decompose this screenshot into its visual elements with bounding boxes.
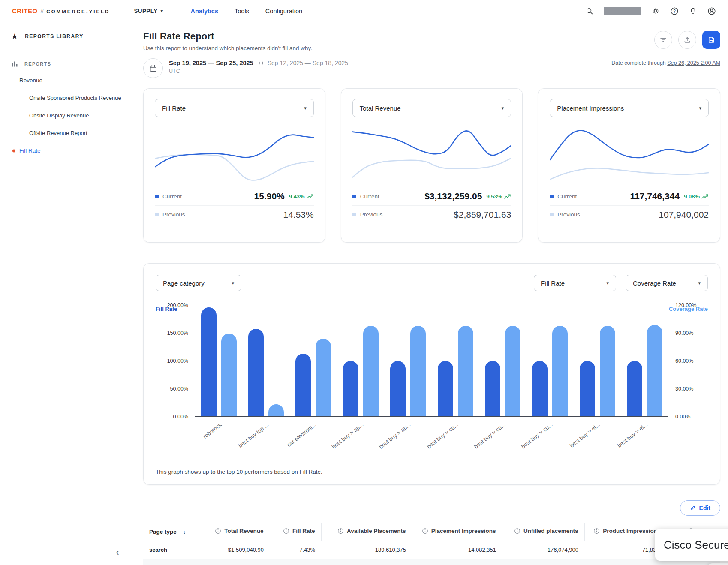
column-header[interactable]: Product Impressions bbox=[584, 523, 667, 541]
previous-label: Previous bbox=[360, 211, 383, 218]
right-axis-tick: 120.00% bbox=[675, 302, 696, 308]
table-row[interactable]: search$1,509,040.907.43%189,610,37514,08… bbox=[143, 541, 720, 559]
bar-group[interactable]: best buy > el... bbox=[580, 306, 615, 416]
change-value: 9.08% bbox=[684, 193, 700, 200]
date-range-picker[interactable] bbox=[143, 58, 163, 78]
info-icon bbox=[514, 528, 520, 534]
right-axis-tick: 90.00% bbox=[675, 330, 693, 336]
account-icon[interactable] bbox=[707, 7, 716, 15]
bar-plot: roborockbest buy top ...car electroni...… bbox=[195, 306, 668, 417]
legend-previous-row: Previous 14.53% bbox=[155, 205, 314, 223]
save-button[interactable] bbox=[702, 31, 720, 49]
column-header[interactable]: Unfilled placements bbox=[502, 523, 584, 541]
sidebar-item-offsite-revenue-report[interactable]: Offsite Revenue Report bbox=[0, 124, 130, 142]
column-header[interactable]: Available Placements bbox=[321, 523, 412, 541]
coverage-rate-bar[interactable] bbox=[268, 404, 284, 416]
left-axis-tick: 150.00% bbox=[167, 330, 188, 336]
cisco-secure-overlay[interactable]: Cisco Secure bbox=[655, 529, 728, 561]
info-icon bbox=[422, 528, 428, 534]
value-cell: 313,862,343 bbox=[584, 559, 667, 565]
coverage-rate-bar[interactable] bbox=[410, 326, 426, 416]
info-icon bbox=[215, 528, 221, 534]
fill-rate-bar[interactable] bbox=[201, 307, 217, 416]
column-header[interactable]: Fill Rate bbox=[270, 523, 321, 541]
coverage-rate-bar[interactable] bbox=[600, 326, 615, 416]
primary-nav-tabs: Analytics Tools Configuration bbox=[191, 8, 303, 15]
bar-group[interactable]: best buy > cu... bbox=[485, 306, 520, 416]
bar-group[interactable]: car electroni... bbox=[295, 306, 331, 416]
fill-rate-bar[interactable] bbox=[295, 354, 311, 416]
coverage-rate-bar[interactable] bbox=[363, 326, 379, 416]
bar-group[interactable]: best buy > ap... bbox=[343, 306, 379, 416]
chevron-down-icon: ▾ bbox=[698, 280, 701, 286]
edit-table-button[interactable]: Edit bbox=[680, 500, 720, 516]
page-category-select-value: Page category bbox=[163, 279, 205, 287]
sidebar-item-onsite-sponsored-products-revenue[interactable]: Onsite Sponsored Products Revenue bbox=[0, 89, 130, 107]
coverage-rate-bar[interactable] bbox=[552, 326, 568, 416]
fill-rate-bar[interactable] bbox=[485, 361, 500, 416]
value-cell: 384,843,097 bbox=[321, 559, 412, 565]
nav-tab-analytics[interactable]: Analytics bbox=[191, 8, 218, 15]
sidebar-reports-library[interactable]: ★ REPORTS LIBRARY bbox=[0, 22, 130, 50]
column-header[interactable]: Total Revenue bbox=[199, 523, 270, 541]
page-category-select[interactable]: Page category ▾ bbox=[156, 275, 241, 291]
bar-group[interactable]: best buy > cu... bbox=[532, 306, 568, 416]
chevron-down-icon: ▾ bbox=[606, 280, 609, 286]
fill-rate-bar[interactable] bbox=[438, 361, 453, 416]
timezone-label: UTC bbox=[169, 68, 348, 74]
sparkline-chart bbox=[352, 123, 511, 187]
filter-button[interactable] bbox=[654, 31, 672, 49]
left-metric-select[interactable]: Fill Rate ▾ bbox=[534, 275, 616, 291]
reports-section-label: REPORTS bbox=[24, 61, 51, 66]
nav-tab-tools[interactable]: Tools bbox=[235, 8, 249, 15]
page-type-cell: search bbox=[143, 541, 199, 559]
fill-rate-bar[interactable] bbox=[343, 361, 358, 416]
gear-icon[interactable] bbox=[652, 7, 660, 15]
fill-rate-bar[interactable] bbox=[248, 329, 264, 416]
coverage-rate-bar[interactable] bbox=[647, 325, 662, 416]
bar-group[interactable]: best buy top ... bbox=[248, 306, 284, 416]
app-logo: CRITEO // COMMERCE-YIELD bbox=[12, 7, 110, 15]
kpi-card-fill-rate: Fill Rate ▾ Current 15.90% 9.43% Previou… bbox=[143, 88, 325, 243]
current-value: 117,746,344 bbox=[630, 191, 680, 201]
fill-rate-bar[interactable] bbox=[627, 361, 642, 416]
kpi-card-total-revenue: Total Revenue ▾ Current $3,132,259.05 9.… bbox=[341, 88, 523, 243]
kpi-metric-select[interactable]: Total Revenue ▾ bbox=[352, 99, 511, 117]
page-subtitle: Use this report to understand which plac… bbox=[143, 45, 312, 51]
date-range-current[interactable]: Sep 19, 2025 — Sep 25, 2025 bbox=[169, 60, 253, 66]
bar-group[interactable]: roborock bbox=[201, 306, 237, 416]
bell-icon[interactable] bbox=[689, 7, 697, 15]
column-header-page-type[interactable]: Page type↓ bbox=[143, 523, 199, 541]
sidebar-item-onsite-display-revenue[interactable]: Onsite Display Revenue bbox=[0, 107, 130, 124]
sidebar-item-revenue[interactable]: Revenue bbox=[0, 72, 130, 89]
fill-rate-bar[interactable] bbox=[580, 361, 595, 416]
edit-button-label: Edit bbox=[699, 505, 710, 511]
previous-label: Previous bbox=[162, 211, 185, 218]
app-switcher-supply[interactable]: SUPPLY ▾ bbox=[134, 8, 163, 14]
bar-group[interactable]: best buy > ap... bbox=[390, 306, 426, 416]
sidebar-collapse-button[interactable]: ‹ bbox=[110, 545, 125, 560]
coverage-rate-bar[interactable] bbox=[505, 326, 520, 416]
search-icon[interactable] bbox=[585, 7, 593, 15]
coverage-rate-bar[interactable] bbox=[221, 334, 237, 417]
kpi-metric-select[interactable]: Placement Impressions ▾ bbox=[550, 99, 709, 117]
sort-desc-icon[interactable]: ↓ bbox=[183, 529, 186, 535]
column-header[interactable]: Placement Impressions bbox=[412, 523, 502, 541]
sidebar-item-fill-rate[interactable]: Fill Rate bbox=[0, 142, 130, 159]
bar-group[interactable]: best buy > cu... bbox=[438, 306, 473, 416]
coverage-rate-bar[interactable] bbox=[316, 339, 331, 416]
chevron-down-icon: ▾ bbox=[502, 105, 504, 111]
redacted-search-text bbox=[604, 7, 641, 15]
nav-tab-configuration[interactable]: Configuration bbox=[265, 8, 302, 15]
complete-through-value[interactable]: Sep 26, 2025 2:00 AM bbox=[667, 60, 720, 66]
help-icon[interactable]: ? bbox=[670, 7, 679, 15]
legend-current-row: Current 15.90% 9.43% bbox=[155, 187, 314, 205]
right-metric-select[interactable]: Coverage Rate ▾ bbox=[626, 275, 708, 291]
table-row[interactable]: productdetail$619,355.9421.26%384,843,09… bbox=[143, 559, 720, 565]
coverage-rate-bar[interactable] bbox=[458, 326, 473, 416]
export-button[interactable] bbox=[678, 31, 696, 49]
bar-group[interactable]: best buy > el... bbox=[627, 306, 662, 416]
fill-rate-bar[interactable] bbox=[532, 361, 548, 416]
kpi-metric-select[interactable]: Fill Rate ▾ bbox=[155, 99, 314, 117]
fill-rate-bar[interactable] bbox=[390, 361, 406, 416]
